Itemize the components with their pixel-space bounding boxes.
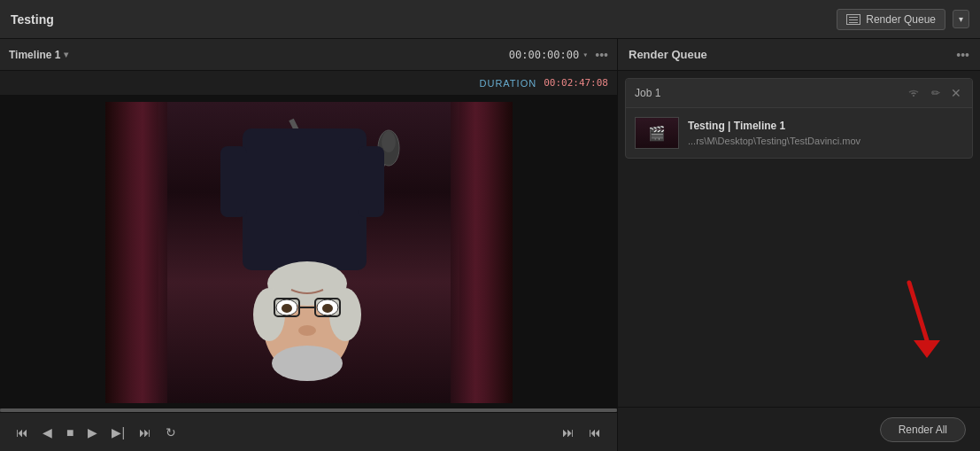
timecode-value: 00:00:00:00 [509, 49, 579, 61]
step-back-button[interactable]: ◀ [37, 422, 58, 443]
svg-point-18 [322, 304, 333, 313]
svg-marker-24 [914, 340, 940, 358]
skip-to-start-icon: ⏮ [16, 425, 28, 439]
top-bar: Testing Render Queue ▾ [0, 0, 980, 39]
render-queue-panel-header: Render Queue ••• [618, 39, 980, 71]
mark-in-button[interactable]: ⏭ [557, 422, 580, 443]
svg-point-22 [298, 325, 316, 336]
duration-bar: DURATION 00:02:47:08 [0, 71, 617, 96]
svg-point-13 [329, 288, 361, 341]
svg-point-14 [272, 346, 343, 381]
job-close-button[interactable]: ✕ [949, 84, 963, 102]
svg-rect-7 [220, 146, 247, 217]
render-queue-options-button[interactable]: ••• [956, 48, 969, 62]
skip-to-end-button[interactable]: ⏭ [134, 422, 157, 443]
left-panel: Timeline 1 ▾ 00:00:00:00 ▾ ••• DURATION … [0, 39, 617, 451]
svg-rect-0 [105, 102, 167, 403]
svg-line-23 [909, 283, 927, 340]
svg-rect-8 [358, 146, 384, 217]
job-card: Job 1 ✏ [625, 78, 973, 159]
render-queue-button[interactable]: Render Queue [837, 9, 945, 30]
svg-point-12 [253, 288, 285, 341]
duration-label: DURATION [480, 78, 537, 89]
timeline-bar: Timeline 1 ▾ 00:00:00:00 ▾ ••• [0, 39, 617, 71]
render-queue-icon [846, 14, 860, 25]
svg-point-5 [382, 131, 396, 152]
red-arrow-icon [883, 274, 953, 362]
step-forward-icon: ▶| [112, 425, 125, 439]
job-thumbnail: 🎬 [635, 117, 679, 149]
svg-rect-6 [243, 128, 367, 270]
job-edit-button[interactable]: ✏ [930, 85, 942, 101]
timeline-name: Timeline 1 [9, 49, 60, 61]
job-id: Job 1 [635, 87, 898, 99]
timeline-options-button[interactable]: ••• [595, 48, 608, 62]
duration-value: 00:02:47:08 [544, 77, 608, 89]
playback-controls: ⏮ ◀ ■ ▶ ▶| ⏭ ↻ ⏭ [0, 412, 617, 451]
job-wireless-button[interactable] [905, 85, 922, 102]
render-queue-panel-title: Render Queue [629, 48, 949, 61]
scene-svg [105, 102, 513, 403]
job-card-content: 🎬 Testing | Timeline 1 ...rs\M\Desktop\T… [626, 108, 972, 158]
stop-button[interactable]: ■ [61, 422, 79, 443]
top-bar-right: Render Queue ▾ [837, 9, 969, 30]
play-button[interactable]: ▶ [82, 422, 103, 443]
film-icon: 🎬 [648, 125, 666, 142]
pencil-icon: ✏ [931, 87, 940, 99]
play-icon: ▶ [88, 425, 97, 439]
render-queue-label: Render Queue [866, 13, 936, 26]
timecode-dropdown-icon[interactable]: ▾ [583, 50, 588, 59]
job-card-header: Job 1 ✏ [626, 79, 972, 108]
job-info: Testing | Timeline 1 ...rs\M\Desktop\Tes… [688, 120, 963, 146]
render-all-area: Render All [618, 407, 980, 451]
project-title: Testing [11, 12, 837, 27]
mark-out-icon: ⏮ [589, 425, 601, 439]
main-content: Timeline 1 ▾ 00:00:00:00 ▾ ••• DURATION … [0, 39, 980, 451]
stop-icon: ■ [66, 425, 73, 439]
timeline-dropdown-icon[interactable]: ▾ [64, 50, 68, 59]
wireless-icon [907, 88, 921, 100]
skip-to-start-button[interactable]: ⏮ [11, 422, 34, 443]
chevron-down-icon: ▾ [959, 14, 963, 24]
render-queue-panel: Render Queue ••• Job 1 [617, 39, 980, 451]
render-queue-dropdown-button[interactable]: ▾ [953, 10, 969, 28]
loop-icon: ↻ [166, 425, 176, 439]
job-thumbnail-inner: 🎬 [636, 118, 678, 148]
render-queue-body: Job 1 ✏ [618, 71, 980, 407]
arrow-annotation [883, 274, 953, 362]
job-name: Testing | Timeline 1 [688, 120, 963, 132]
job-path: ...rs\M\Desktop\Testing\TestDavinci.mov [688, 136, 963, 146]
svg-point-17 [282, 304, 292, 313]
close-icon: ✕ [951, 86, 961, 100]
right-transport-controls: ⏭ ⏮ [557, 422, 606, 443]
step-forward-button[interactable]: ▶| [106, 422, 130, 443]
svg-rect-1 [451, 102, 513, 403]
mark-in-icon: ⏭ [562, 425, 575, 439]
mark-out-button[interactable]: ⏮ [583, 422, 606, 443]
render-all-button[interactable]: Render All [880, 417, 966, 442]
skip-to-end-icon: ⏭ [139, 425, 151, 439]
video-frame [105, 102, 513, 403]
timeline-label: Timeline 1 ▾ [9, 49, 68, 61]
video-preview [0, 96, 617, 408]
loop-button[interactable]: ↻ [160, 422, 181, 443]
step-back-icon: ◀ [42, 425, 52, 439]
timecode-display: 00:00:00:00 ▾ [509, 49, 589, 61]
